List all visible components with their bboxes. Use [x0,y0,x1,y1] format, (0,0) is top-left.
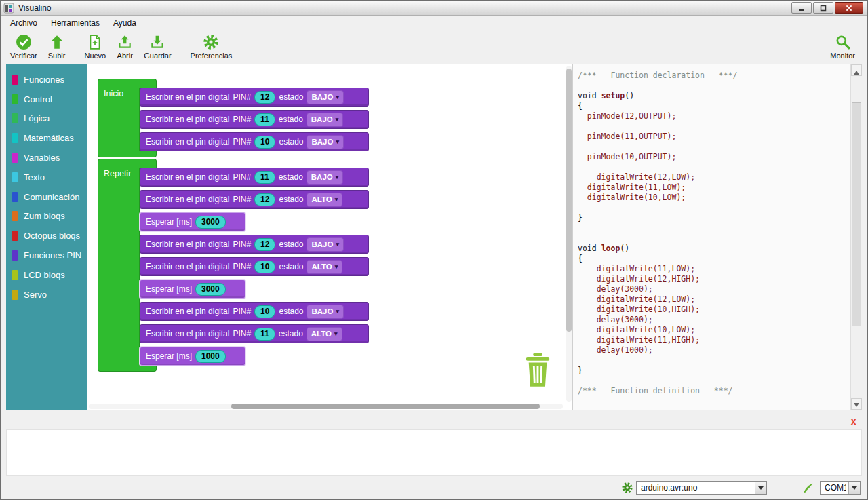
block-digital-write[interactable]: Escribir en el pin digitalPIN#10estadoAL… [140,257,369,276]
toolbox-category-octopus-bloqs[interactable]: Octopus bloqs [6,226,87,246]
pin-value-field[interactable]: 11 [254,113,275,126]
block-wait-ms[interactable]: Esperar [ms]3000 [140,212,245,231]
estado-dropdown[interactable]: BAJO▾ [307,135,343,149]
ms-value-field[interactable]: 3000 [195,216,226,229]
upload-button[interactable]: Subir [43,33,71,61]
dropdown-caret-icon: ▾ [336,115,339,125]
estado-dropdown[interactable]: ALTO▾ [307,260,342,274]
pin-value-field[interactable]: 10 [254,305,275,318]
wait-label: Esperar [ms] [146,284,192,294]
estado-dropdown[interactable]: ALTO▾ [307,193,342,207]
toolbox-category-zum-bloqs[interactable]: Zum bloqs [6,207,87,227]
pin-value-field[interactable]: 12 [254,91,275,104]
toolbox-category-texto[interactable]: Texto [6,168,87,187]
port-select-caret-icon[interactable] [848,482,860,494]
board-select-value: arduino:avr:uno [641,483,752,493]
block-wait-ms[interactable]: Esperar [ms]3000 [140,280,245,299]
maximize-button[interactable] [813,2,833,14]
brush-icon[interactable] [802,482,814,494]
toolbox-category-matematicas[interactable]: Matemáticas [6,128,87,148]
save-button[interactable]: Guardar [138,33,176,61]
estado-dropdown[interactable]: BAJO▾ [307,170,343,185]
blockly-workspace[interactable]: Inicio Escribir en el pin digitalPIN#12e… [87,64,572,410]
toolbox-category-logica[interactable]: Lógica [6,109,87,129]
board-settings-gear-icon[interactable] [621,482,633,494]
estado-label: estado [279,115,303,124]
pin-value-field[interactable]: 12 [254,238,275,251]
estado-label: estado [279,195,303,204]
estado-dropdown[interactable]: BAJO▾ [307,237,343,252]
block-wait-ms[interactable]: Esperar [ms]1000 [140,347,245,366]
open-button[interactable]: Abrir [111,33,138,61]
minimize-button[interactable] [791,2,812,14]
category-color-swatch [12,250,18,261]
block-digital-write[interactable]: Escribir en el pin digitalPIN#10estadoBA… [140,132,369,151]
inicio-label: Inicio [98,88,139,98]
block-digital-write[interactable]: Escribir en el pin digitalPIN#12estadoBA… [140,88,369,107]
toolbox-category-control[interactable]: Control [6,90,87,109]
maximize-icon [820,5,827,12]
trash-icon[interactable] [525,352,551,387]
estado-label: estado [279,137,303,147]
estado-dropdown[interactable]: BAJO▾ [307,113,343,127]
verify-label: Verificar [10,52,37,60]
preferences-button[interactable]: Preferencias [185,33,238,61]
block-repetir[interactable]: Repetir Escribir en el pin digitalPIN#11… [98,159,369,372]
category-label: LCD bloqs [24,270,65,280]
canvas-vertical-scrollbar[interactable] [566,66,572,402]
write-label: Escribir en el pin digital [146,239,229,249]
app-icon [3,3,14,14]
scroll-down-arrow-icon[interactable] [851,398,862,410]
block-digital-write[interactable]: Escribir en el pin digitalPIN#11estadoBA… [140,168,369,187]
estado-dropdown[interactable]: BAJO▾ [307,90,343,104]
canvas-vertical-scroll-thumb[interactable] [566,69,572,332]
toolbox-category-funciones-pin[interactable]: Funciones PIN [6,246,87,265]
block-digital-write[interactable]: Escribir en el pin digitalPIN#10estadoBA… [140,302,369,321]
pin-value-field[interactable]: 10 [254,136,275,149]
toolbox-category-lcd-bloqs[interactable]: LCD bloqs [6,265,87,285]
console-close-button[interactable]: x [851,416,856,427]
ms-value-field[interactable]: 3000 [195,283,226,296]
pin-value-field[interactable]: 12 [254,193,275,206]
scroll-up-arrow-icon[interactable] [851,64,862,76]
block-digital-write[interactable]: Escribir en el pin digitalPIN#12estadoAL… [140,190,369,209]
serial-monitor-button[interactable]: Monitor [825,33,861,61]
pin-value-field[interactable]: 11 [254,171,275,184]
serial-monitor-label: Monitor [830,52,855,60]
code-scroll-thumb[interactable] [852,102,861,326]
code-line [578,233,850,244]
pin-value-field[interactable]: 11 [254,328,275,341]
estado-dropdown[interactable]: ALTO▾ [307,327,342,341]
code-line: { [578,254,850,264]
menu-herramientas[interactable]: Herramientas [44,17,106,29]
menu-archivo[interactable]: Archivo [3,17,44,29]
pin-label: PIN# [233,92,251,102]
toolbox-category-variables[interactable]: Variables [6,148,87,168]
ms-value-field[interactable]: 1000 [195,350,226,363]
block-digital-write[interactable]: Escribir en el pin digitalPIN#11estadoAL… [140,324,369,343]
toolbox-category-comunicacion[interactable]: Comunicación [6,187,87,207]
code-line: pinMode(12,OUTPUT); [578,111,850,121]
save-label: Guardar [144,52,171,60]
menu-ayuda[interactable]: Ayuda [106,17,143,29]
category-color-swatch [12,192,18,202]
code-line: pinMode(11,OUTPUT); [578,132,850,142]
board-select-caret-icon[interactable] [755,482,766,494]
verify-button[interactable]: Verificar [5,33,43,61]
code-scrollbar[interactable] [850,64,862,410]
category-label: Lógica [24,113,50,123]
titlebar: Visualino [1,1,867,16]
canvas-horizontal-scrollbar[interactable] [89,404,563,409]
block-inicio[interactable]: Inicio Escribir en el pin digitalPIN#12e… [98,79,369,157]
toolbox-category-servo[interactable]: Servo [6,285,87,305]
estado-dropdown[interactable]: BAJO▾ [307,305,343,319]
canvas-horizontal-scroll-thumb[interactable] [231,404,540,409]
pin-value-field[interactable]: 10 [254,261,275,273]
board-select[interactable]: arduino:avr:uno [636,481,767,495]
port-select[interactable]: COM10 [820,481,861,495]
toolbox-category-funciones[interactable]: Funciones [6,70,87,90]
close-button[interactable] [835,2,863,14]
block-digital-write[interactable]: Escribir en el pin digitalPIN#12estadoBA… [140,235,369,254]
new-button[interactable]: Nuevo [79,33,111,61]
block-digital-write[interactable]: Escribir en el pin digitalPIN#11estadoBA… [140,110,369,129]
